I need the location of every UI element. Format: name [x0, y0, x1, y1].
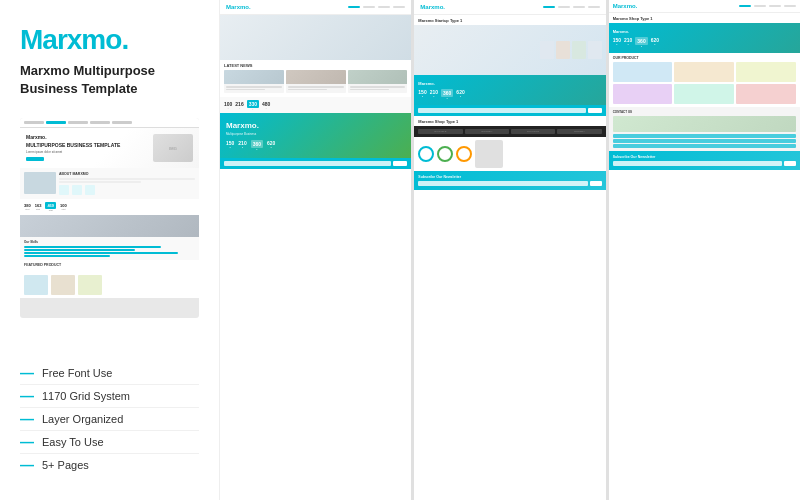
col2-partners-title: Marxmo Shop Type 1 — [414, 116, 605, 126]
brand-name: Marxmo — [20, 24, 121, 55]
sp-about-image — [24, 172, 56, 194]
sp-stat-lbl-3: stat — [45, 209, 56, 212]
col3-subscribe: Subscribe Our Newsletter — [609, 151, 800, 170]
col3-products-title: OUR PRODUCT — [613, 56, 796, 60]
col3-form-input-1 — [613, 134, 796, 138]
blog-line-3b — [350, 89, 389, 91]
sp-bars — [24, 246, 195, 257]
col1-stat-lbl-2: • — [235, 107, 243, 109]
col1-nav — [348, 6, 405, 8]
col3-sgbnum-3: 360 — [635, 37, 647, 45]
brand-dot: . — [121, 24, 128, 55]
col1-mb-lbl-4: ● — [267, 146, 275, 148]
sp-product-folder — [78, 275, 102, 295]
col3-gradient: Marxmo. 150 ● 210 ● 360 ● 620 ● — [609, 23, 800, 53]
col2-product-1 — [540, 41, 554, 59]
col2-nav — [543, 6, 600, 8]
sp-bar-3 — [24, 252, 178, 254]
preview-col-blog: Marxmo. LATEST NEWS — [220, 0, 414, 500]
col1-mb-stat-2: 210 ● — [238, 140, 246, 150]
col2-product-4 — [588, 41, 602, 59]
col1-subscribe-input — [224, 161, 391, 166]
sp-team-image — [20, 215, 199, 237]
col3-brand: Marxmo. — [613, 3, 638, 9]
blog-card-img-1 — [224, 70, 284, 84]
sp-hero-text: Marxmo. MULTIPURPOSE BUSINESS TEMPLATE L… — [26, 134, 149, 161]
sp-product-shoe — [24, 275, 48, 295]
col2-section-title: Marxmo Startup Type 1 — [414, 15, 605, 25]
col3-ss-input-row — [613, 161, 796, 166]
feature-item-5: — 5+ Pages — [20, 454, 199, 476]
col3-nav-2 — [754, 5, 766, 7]
blog-line-2b — [288, 89, 327, 91]
sp-icon-2 — [72, 185, 82, 195]
col3-products: OUR PRODUCT — [609, 53, 800, 107]
blog-card-img-2 — [286, 70, 346, 84]
col2-nav-3 — [573, 6, 585, 8]
col2-circle-3 — [456, 146, 472, 162]
col1-marxmo-logo: Marxmo. — [226, 121, 405, 130]
sp-line-2 — [59, 181, 141, 183]
blog-card-text-2 — [286, 84, 346, 93]
blog-line-2a — [288, 86, 344, 88]
col3-form-input-3 — [613, 144, 796, 148]
col1-subscribe — [220, 158, 411, 169]
col2-hero — [414, 25, 605, 75]
col3-sgb-brand: Marxmo. — [613, 29, 796, 34]
col2-bgstat-1: 150 ● — [418, 89, 426, 99]
sp-stat-3: 469 stat — [45, 202, 56, 212]
feature-text-3: Layer Organized — [42, 413, 123, 425]
sp-nav-1 — [46, 121, 66, 124]
col3-product-grid — [613, 62, 796, 104]
col3-nav-4 — [784, 5, 796, 7]
blog-card-text-3 — [348, 84, 408, 93]
left-panel: Marxmo. Marxmo Multipurpose Business Tem… — [0, 0, 220, 500]
col2-product-3 — [572, 41, 586, 59]
col1-brand: Marxmo. — [226, 4, 251, 10]
col3-prod-5 — [674, 84, 734, 104]
col2-bglbl-2: ● — [430, 95, 438, 97]
col2-subscribe-btn — [588, 108, 602, 113]
col3-ss-title: Subscribe Our Newsletter — [613, 155, 796, 159]
col1-stats: 100 • 216 • 330 • 480 • — [220, 97, 411, 113]
col3-sgbstat-3: 360 ● — [635, 37, 647, 47]
preview-col-startup: Marxmo. Marxmo Startup Type 1 Marxmo. — [414, 0, 608, 500]
feature-item-1: — Free Font Use — [20, 362, 199, 385]
features-list: — Free Font Use — 1170 Grid System — Lay… — [20, 362, 199, 476]
col2-ss-title: Subscribe Our Newsletter — [418, 175, 601, 179]
col2-ss-input — [418, 181, 587, 186]
col1-subscribe-btn — [393, 161, 407, 166]
col1-marxmo-banner: Marxmo. Multipurpose Business 150 ● 210 … — [220, 113, 411, 158]
col3-header: Marxmo. — [609, 0, 800, 13]
sp-stat-1: 380 stat — [24, 203, 31, 211]
col2-bgnum-3: 360 — [441, 89, 453, 97]
col2-product-items — [540, 41, 602, 59]
brand-logo: Marxmo. — [20, 24, 199, 56]
col2-nav-4 — [588, 6, 600, 8]
col3-sgblbl-2: ● — [624, 43, 632, 45]
feature-text-5: 5+ Pages — [42, 459, 89, 471]
col1-nav-3 — [378, 6, 390, 8]
col1-stat-1: 100 • — [224, 101, 232, 109]
col3-sgbstat-2: 210 ● — [624, 37, 632, 47]
sp-about: ABOUT MARXMO — [20, 168, 199, 199]
col3-sgblbl-3: ● — [635, 45, 647, 47]
sp-stat-2: 163 stat — [35, 203, 42, 211]
sp-features-title: Our Skills — [24, 240, 195, 244]
product-title: Marxmo Multipurpose Business Template — [20, 62, 199, 98]
col1-mb-stat-1: 150 ● — [226, 140, 234, 150]
col2-shop-subscribe: Subscribe Our Newsletter — [414, 171, 605, 190]
col1-marxmo-sub: Multipurpose Business — [226, 132, 405, 136]
sp-stat-num-3: 469 — [45, 202, 56, 209]
sp-about-title: ABOUT MARXMO — [59, 172, 195, 176]
blog-card-text-1 — [224, 84, 284, 93]
col1-mb-lbl-1: ● — [226, 146, 234, 148]
col2-banner-stats: 150 ● 210 ● 360 ● 620 ● — [418, 89, 601, 99]
sp-stats: 380 stat 163 stat 469 stat 100 stat — [20, 199, 199, 215]
col2-header: Marxmo. — [414, 0, 605, 15]
sp-stat-lbl-2: stat — [35, 208, 42, 211]
col2-bgstat-2: 210 ● — [430, 89, 438, 99]
col2-subscribe — [414, 105, 605, 116]
feature-text-4: Easy To Use — [42, 436, 104, 448]
col3-sgbstat-1: 150 ● — [613, 37, 621, 47]
